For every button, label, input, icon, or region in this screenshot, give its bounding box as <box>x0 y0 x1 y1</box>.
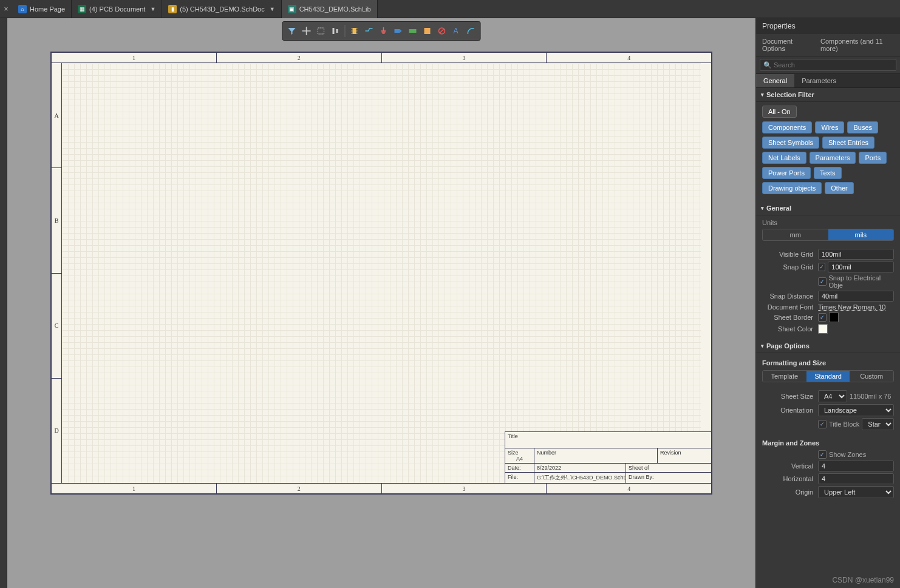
panel-search: 🔍 <box>756 56 900 74</box>
svg-rect-1 <box>353 28 356 34</box>
snap-elec-check[interactable] <box>818 277 827 286</box>
align-icon[interactable] <box>329 24 343 38</box>
grid <box>62 63 701 483</box>
panel-context-row: Document Options Components (and 11 more… <box>756 34 900 56</box>
filter-chip-texts[interactable]: Texts <box>814 167 842 179</box>
panel-tabs: General Parameters <box>756 74 900 88</box>
watermark: CSDN @xuetian99 <box>832 576 894 584</box>
tab-home[interactable]: ⌂Home Page <box>12 0 72 18</box>
folder-icon: ▮ <box>168 5 177 13</box>
pcb-icon: ▦ <box>78 5 86 13</box>
move-icon[interactable] <box>299 24 314 38</box>
tab-folder[interactable]: ▮(5) CH543D_DEMO.SchDoc▼ <box>162 0 281 18</box>
title-block-style-select[interactable]: Standard <box>862 418 894 430</box>
svg-rect-3 <box>409 29 417 33</box>
vertical-input[interactable] <box>818 461 894 471</box>
units-mils[interactable]: mils <box>828 229 894 240</box>
sheet-size-select[interactable]: A4 <box>818 390 847 402</box>
section-selection-filter[interactable]: ▾Selection Filter <box>756 88 900 102</box>
svg-text:A: A <box>454 27 459 35</box>
filter-chip-ports[interactable]: Ports <box>859 152 887 164</box>
filter-chip-wires[interactable]: Wires <box>815 121 844 133</box>
schematic-sheet: 1234 1234 ABCD Title SizeA4 Number Revis… <box>50 52 712 495</box>
wire-icon[interactable] <box>362 24 377 38</box>
snap-grid-input[interactable] <box>828 262 894 272</box>
chevron-down-icon[interactable]: ▼ <box>270 6 275 12</box>
filter-chip-drawing-objects[interactable]: Drawing objects <box>762 182 822 194</box>
title-block: Title SizeA4 Number Revision Date: 8/29/… <box>505 431 711 483</box>
section-general[interactable]: ▾General <box>756 201 900 215</box>
netlabel-icon[interactable] <box>391 24 406 38</box>
horizontal-input[interactable] <box>818 473 894 484</box>
gnd-icon[interactable] <box>377 24 391 38</box>
close-icon[interactable]: × <box>0 5 12 13</box>
active-bar: A <box>282 21 481 41</box>
margin-zones-header: Margin and Zones <box>762 439 894 447</box>
section-page-options[interactable]: ▾Page Options <box>756 339 900 353</box>
tab-pcb[interactable]: ▦(4) PCB Document▼ <box>72 0 162 18</box>
units-toggle: mm mils <box>762 229 894 241</box>
filter-chip-power-ports[interactable]: Power Ports <box>762 167 811 179</box>
sheet-symbol-icon[interactable] <box>420 24 435 38</box>
tab-label: Home Page <box>30 5 65 13</box>
filter-chip-other[interactable]: Other <box>825 182 854 194</box>
snap-distance-input[interactable] <box>818 291 894 302</box>
search-input[interactable] <box>760 59 896 71</box>
caret-down-icon: ▾ <box>761 92 764 98</box>
document-font-link[interactable]: Times New Roman, 10 <box>818 303 885 311</box>
arc-icon[interactable] <box>464 24 479 38</box>
title-label: Title <box>505 432 711 448</box>
canvas[interactable]: 1234 1234 ABCD Title SizeA4 Number Revis… <box>10 52 753 586</box>
select-rect-icon[interactable] <box>314 24 329 38</box>
tab-bar: × ⌂Home Page ▦(4) PCB Document▼ ▮(5) CH5… <box>0 0 900 18</box>
seg-standard[interactable]: Standard <box>806 371 850 382</box>
ruler-left: ABCD <box>52 63 62 483</box>
properties-panel: Properties Document Options Components (… <box>755 18 900 588</box>
snap-grid-check[interactable] <box>818 263 825 271</box>
tab-parameters[interactable]: Parameters <box>794 74 844 87</box>
format-segmented: Template Standard Custom <box>762 370 894 382</box>
canvas-wrap: A 1234 1234 ABCD Title SizeA4 Number Rev… <box>7 18 755 588</box>
filter-chip-buses[interactable]: Buses <box>847 121 878 133</box>
svg-rect-2 <box>395 29 400 33</box>
show-zones-check[interactable] <box>818 450 827 459</box>
formatting-header: Formatting and Size <box>762 359 894 367</box>
filter-chip-net-labels[interactable]: Net Labels <box>762 152 806 164</box>
filter-all-on[interactable]: All - On <box>762 106 797 118</box>
context-doc-options[interactable]: Document Options <box>762 38 812 52</box>
port-icon[interactable] <box>406 24 420 38</box>
seg-template[interactable]: Template <box>763 371 806 382</box>
filter-icon[interactable] <box>285 24 299 38</box>
ruler-bottom: 1234 <box>52 483 711 493</box>
filter-chip-parameters[interactable]: Parameters <box>810 152 856 164</box>
tab-label: CH543D_DEMO.SchLib <box>299 5 371 13</box>
context-components[interactable]: Components (and 11 more) <box>820 38 894 52</box>
filter-chip-components[interactable]: Components <box>762 121 812 133</box>
origin-select[interactable]: Upper Left <box>818 486 894 498</box>
chevron-down-icon[interactable]: ▼ <box>150 6 155 12</box>
tab-label: (4) PCB Document <box>89 5 145 13</box>
sheet-border-color[interactable] <box>829 313 839 322</box>
seg-custom[interactable]: Custom <box>850 371 893 382</box>
filter-chip-sheet-entries[interactable]: Sheet Entries <box>822 137 874 149</box>
units-mm[interactable]: mm <box>763 229 828 240</box>
tab-general[interactable]: General <box>756 74 794 87</box>
ruler-top: 1234 <box>52 53 711 63</box>
title-block-check[interactable] <box>818 420 827 428</box>
tab-schlib[interactable]: ▣CH543D_DEMO.SchLib <box>282 0 378 18</box>
visible-grid-input[interactable] <box>818 249 894 260</box>
svg-rect-4 <box>424 28 431 34</box>
units-label: Units <box>762 219 894 226</box>
orientation-select[interactable]: Landscape <box>818 404 894 416</box>
filter-chip-sheet-symbols[interactable]: Sheet Symbols <box>762 137 819 149</box>
sheet-border-check[interactable] <box>818 313 827 322</box>
component-icon[interactable] <box>347 24 362 38</box>
search-icon: 🔍 <box>763 61 772 69</box>
svg-rect-0 <box>318 28 324 34</box>
schlib-icon: ▣ <box>288 5 296 13</box>
left-gutter <box>0 18 7 588</box>
text-icon[interactable]: A <box>449 24 464 38</box>
no-erc-icon[interactable] <box>435 24 449 38</box>
caret-down-icon: ▾ <box>761 205 764 211</box>
sheet-color-swatch[interactable] <box>818 324 828 334</box>
